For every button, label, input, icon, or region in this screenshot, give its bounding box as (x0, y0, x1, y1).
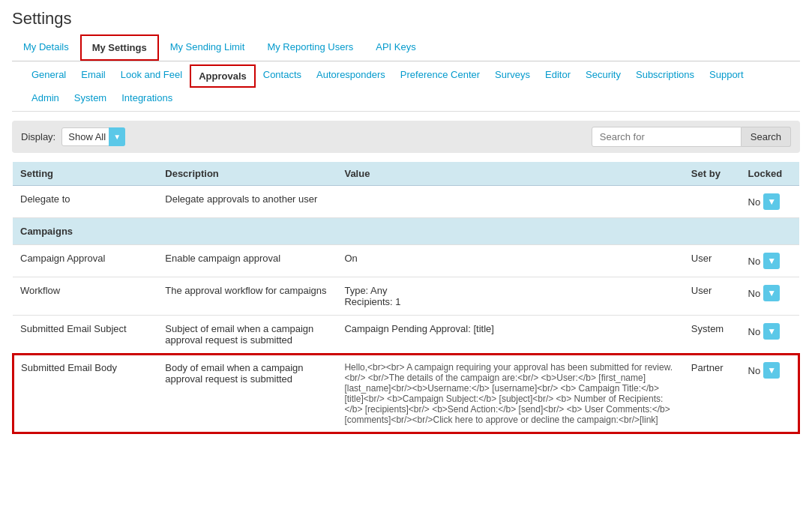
page-title: Settings (12, 9, 800, 28)
subtab-editor[interactable]: Editor (538, 64, 578, 88)
setting-name: Submitted Email Body (13, 354, 157, 433)
subtab-subscriptions[interactable]: Subscriptions (628, 64, 702, 88)
setting-value-extra (534, 245, 684, 277)
setting-setby (684, 186, 741, 218)
search-button[interactable]: Search (742, 127, 791, 147)
col-locked: Locked (741, 162, 799, 186)
col-value: Value (337, 162, 533, 186)
subtab-email[interactable]: Email (73, 64, 113, 88)
search-input[interactable] (592, 127, 742, 147)
setting-locked: No ▼ (741, 277, 799, 316)
locked-no-label: No (748, 256, 761, 267)
sub-tabs: General Email Look and Feel Approvals Co… (12, 61, 800, 112)
tab-my-details[interactable]: My Details (12, 34, 80, 61)
setting-description: Subject of email when a campaign approva… (157, 316, 337, 355)
tab-my-reporting-users[interactable]: My Reporting Users (256, 34, 364, 61)
subtab-security[interactable]: Security (578, 64, 628, 88)
setting-locked: No ▼ (741, 186, 799, 218)
col-description: Description (157, 162, 337, 186)
setting-setby: System (684, 316, 741, 355)
setting-value (337, 186, 533, 218)
setting-locked: No ▼ (741, 316, 799, 355)
subtab-contacts[interactable]: Contacts (256, 64, 309, 88)
table-header-row: Setting Description Value Set by Locked (13, 162, 799, 186)
top-tabs: My Details My Settings My Sending Limit … (12, 34, 800, 61)
subtab-general[interactable]: General (24, 64, 73, 88)
display-label: Display: (21, 131, 55, 142)
col-empty (534, 162, 684, 186)
setting-setby: User (684, 245, 741, 277)
setting-description: The approval workflow for campaigns (157, 277, 337, 316)
setting-locked: No ▼ (741, 354, 799, 433)
subtab-approvals[interactable]: Approvals (190, 64, 256, 88)
locked-no-label: No (748, 326, 761, 337)
section-row-campaigns: Campaigns (13, 218, 799, 245)
setting-description: Enable campaign approval (157, 245, 337, 277)
setting-value-extra (534, 277, 684, 316)
locked-dropdown-button[interactable]: ▼ (763, 362, 780, 379)
subtab-surveys[interactable]: Surveys (487, 64, 538, 88)
setting-value: Type: AnyRecipients: 1 (337, 277, 533, 316)
setting-setby: User (684, 277, 741, 316)
locked-dropdown-button[interactable]: ▼ (763, 253, 780, 269)
locked-no-label: No (748, 365, 761, 376)
col-setby: Set by (684, 162, 741, 186)
section-label: Campaigns (13, 218, 799, 245)
subtab-integrations[interactable]: Integrations (114, 88, 180, 108)
setting-name: Campaign Approval (13, 245, 157, 277)
setting-setby: Partner (684, 354, 741, 433)
setting-name: Workflow (13, 277, 157, 316)
table-row: Delegate to Delegate approvals to anothe… (13, 186, 799, 218)
locked-dropdown-button[interactable]: ▼ (763, 193, 780, 210)
table-row: Submitted Email Subject Subject of email… (13, 316, 799, 355)
subtab-autoresponders[interactable]: Autoresponders (309, 64, 393, 88)
display-select-wrap: Show All ▼ (61, 127, 125, 146)
setting-value: Hello,<br><br> A campaign requiring your… (337, 354, 683, 433)
locked-no-label: No (748, 196, 761, 208)
table-row: Workflow The approval workflow for campa… (13, 277, 799, 316)
locked-dropdown-button[interactable]: ▼ (763, 285, 780, 301)
subtab-support[interactable]: Support (702, 64, 751, 88)
locked-dropdown-button[interactable]: ▼ (763, 323, 780, 340)
tab-my-settings[interactable]: My Settings (80, 34, 159, 61)
table-row-highlighted: Submitted Email Body Body of email when … (13, 354, 799, 433)
subtab-admin[interactable]: Admin (24, 88, 67, 108)
tab-api-keys[interactable]: API Keys (364, 34, 427, 61)
setting-value-extra (534, 316, 684, 355)
locked-no-label: No (748, 288, 761, 299)
col-setting: Setting (13, 162, 157, 186)
subtab-preference-center[interactable]: Preference Center (393, 64, 487, 88)
settings-table: Setting Description Value Set by Locked … (12, 162, 800, 434)
setting-description: Body of email when a campaign approval r… (157, 354, 337, 433)
setting-locked: No ▼ (741, 245, 799, 277)
filter-bar: Display: Show All ▼ Search (12, 121, 800, 153)
tab-my-sending-limit[interactable]: My Sending Limit (159, 34, 256, 61)
setting-name: Delegate to (13, 186, 157, 218)
subtab-system[interactable]: System (67, 88, 114, 108)
setting-description: Delegate approvals to another user (157, 186, 337, 218)
table-row: Campaign Approval Enable campaign approv… (13, 245, 799, 277)
setting-value: Campaign Pending Approval: [title] (337, 316, 533, 355)
setting-value-extra (534, 186, 684, 218)
setting-name: Submitted Email Subject (13, 316, 157, 355)
display-select[interactable]: Show All (61, 127, 125, 146)
setting-value: On (337, 245, 533, 277)
subtab-look-and-feel[interactable]: Look and Feel (113, 64, 190, 88)
